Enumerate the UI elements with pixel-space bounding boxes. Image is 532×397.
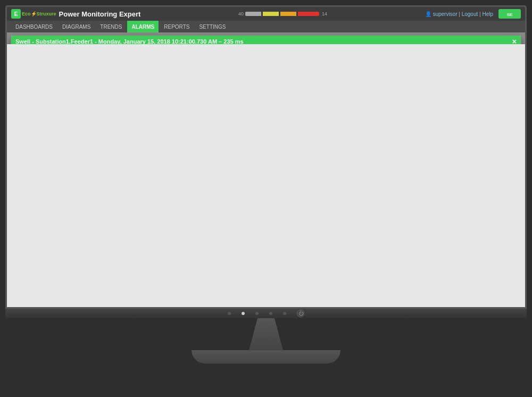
severity-label-end: 14 [322, 11, 327, 16]
monitor-base [192, 350, 340, 363]
bezel-dot-5 [283, 312, 286, 315]
app-title: Power Monitoring Expert [59, 10, 141, 18]
severity-seg-0 [245, 12, 261, 16]
schneider-logo: SE [498, 9, 521, 19]
nav-trends[interactable]: TRENDS [96, 21, 126, 32]
bezel-dot-2 [242, 312, 245, 315]
modal-overlay: Swell - Substation1.Feeder1 - Monday, Ja… [7, 32, 525, 44]
monitor-bezel-bottom: ⏻ [5, 309, 527, 318]
modal-title: Swell - Substation1.Feeder1 - Monday, Ja… [15, 38, 244, 44]
severity-seg-3 [298, 12, 319, 16]
schneider-icon: SE [502, 10, 518, 18]
nav-dashboards[interactable]: DASHBOARDS [11, 21, 57, 32]
top-right-area: 👤 supervisor | Logout | Help SE [425, 9, 521, 19]
logout-link[interactable]: Logout [462, 11, 478, 17]
modal-close-button[interactable]: × [512, 38, 517, 44]
eco-struxure-text: Eco⚡Struxure [22, 11, 56, 16]
nav-alarms[interactable]: ALARMS [127, 21, 159, 32]
bezel-dot-1 [228, 312, 231, 315]
logo-area: E Eco⚡Struxure Power Monitoring Expert [11, 9, 140, 19]
top-bar: E Eco⚡Struxure Power Monitoring Expert 4… [7, 7, 525, 21]
severity-bar: 40 14 [238, 11, 327, 16]
nav-bar: DASHBOARDS DIAGRAMS TRENDS ALARMS REPORT… [7, 21, 525, 32]
bezel-dot-3 [255, 312, 259, 315]
nav-settings[interactable]: SETTINGS [195, 21, 230, 32]
severity-label-0: 40 [238, 11, 244, 16]
severity-seg-1 [263, 12, 279, 16]
bezel-dot-4 [269, 312, 272, 315]
monitor-screen: E Eco⚡Struxure Power Monitoring Expert 4… [5, 5, 527, 309]
nav-reports[interactable]: REPORTS [160, 21, 194, 32]
monitor-neck [245, 318, 287, 350]
modal-header: Swell - Substation1.Feeder1 - Monday, Ja… [11, 36, 521, 44]
power-button[interactable]: ⏻ [297, 310, 304, 317]
svg-text:E: E [14, 11, 18, 17]
content-area: Swell Incidents Incident History Recent … [7, 32, 525, 44]
eco-icon: E [11, 9, 21, 19]
eco-logo: E Eco⚡Struxure [11, 9, 56, 19]
nav-diagrams[interactable]: DIAGRAMS [58, 21, 95, 32]
modal-dialog: Swell - Substation1.Feeder1 - Monday, Ja… [11, 35, 521, 44]
monitor-shell: E Eco⚡Struxure Power Monitoring Expert 4… [0, 0, 532, 397]
supervisor-link[interactable]: supervisor [433, 11, 457, 17]
severity-seg-2 [280, 12, 296, 16]
svg-text:SE: SE [507, 12, 513, 17]
help-link[interactable]: Help [482, 11, 493, 17]
user-info: 👤 supervisor | Logout | Help [425, 11, 493, 17]
